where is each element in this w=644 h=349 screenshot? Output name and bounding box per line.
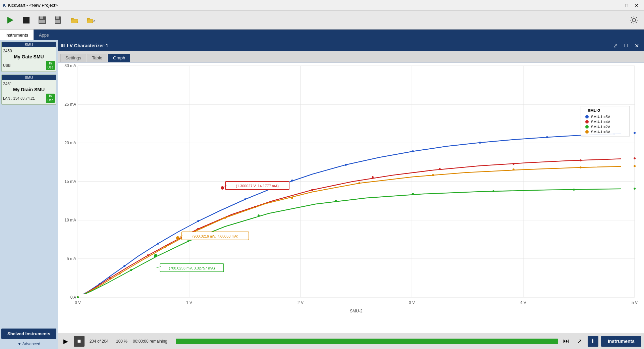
save-as-icon: → (54, 15, 63, 25)
instrument-card-drain: SMU 2461 My Drain SMU LAN : 134.63.74.21… (1, 74, 56, 105)
stop-bottom-button[interactable]: ■ (74, 336, 85, 347)
maximize-button[interactable]: □ (622, 1, 631, 9)
svg-text:0 V: 0 V (75, 300, 81, 305)
svg-text:25 mA: 25 mA (64, 102, 76, 107)
svg-point-77 (358, 182, 360, 184)
svg-point-74 (164, 246, 166, 248)
svg-point-83 (77, 296, 79, 298)
svg-point-57 (546, 136, 548, 138)
graph-container: 0 A 5 mA 10 mA 15 mA 20 mA 25 mA 30 mA 0… (58, 62, 644, 333)
minimize-button[interactable]: — (612, 1, 621, 9)
save-as-button[interactable]: → (51, 13, 66, 28)
skip-end-button[interactable]: ⏭ (561, 336, 572, 347)
stop-button[interactable] (19, 13, 34, 28)
svg-point-59 (634, 132, 636, 134)
svg-point-85 (187, 240, 189, 242)
tab-graph[interactable]: Graph (108, 54, 130, 62)
svg-text:10 mA: 10 mA (64, 218, 76, 222)
svg-point-79 (513, 168, 515, 170)
save-icon (38, 15, 47, 25)
progress-text: 204 of 204 (87, 339, 111, 344)
x-axis-title: SMU-2 (350, 309, 363, 313)
panel-close-button[interactable]: ✕ (632, 41, 641, 50)
save-button[interactable] (35, 13, 50, 28)
panel-title: ≋ I-V Characterizer-1 (60, 43, 108, 49)
settings-gear-button[interactable] (627, 13, 641, 28)
tab-instruments[interactable]: Instruments (0, 30, 34, 40)
run-button[interactable] (3, 13, 17, 28)
svg-point-81 (634, 165, 636, 167)
toolbar: → ⟳ (0, 11, 644, 30)
svg-text:0 A: 0 A (70, 295, 76, 300)
tooltip-red-text: (1.300027 V, 14.1777 mA) (236, 184, 279, 188)
svg-text:30 mA: 30 mA (64, 63, 76, 68)
svg-point-50 (157, 243, 159, 245)
export-button[interactable]: ↗ (574, 336, 585, 347)
content-area: SMU 2450 My Gate SMU USB InUse SMU 2461 … (0, 40, 644, 349)
progress-bar-container (176, 339, 558, 344)
svg-line-17 (636, 17, 637, 18)
open-recent-icon: ⟳ (86, 15, 95, 25)
svg-point-78 (432, 174, 434, 176)
instrument-model: 2450 (3, 49, 55, 53)
info-button[interactable]: ℹ (588, 336, 598, 347)
svg-text:5 V: 5 V (632, 300, 638, 305)
panel-controls: ⤢ □ ✕ (610, 41, 641, 50)
panel-header: ≋ I-V Characterizer-1 ⤢ □ ✕ (58, 40, 644, 51)
svg-rect-3 (40, 16, 43, 19)
instrument-name: My Drain SMU (3, 87, 55, 92)
svg-point-54 (345, 164, 347, 166)
svg-point-89 (492, 190, 494, 192)
run-icon (5, 15, 15, 25)
progress-pct: 100 % (113, 339, 130, 344)
in-use-badge: InUse (46, 94, 55, 103)
svg-text:1 V: 1 V (186, 300, 192, 305)
svg-point-88 (412, 193, 414, 195)
svg-point-55 (412, 150, 414, 152)
open-recent-button[interactable]: ⟳ (83, 13, 98, 28)
close-button[interactable]: ✕ (632, 1, 641, 9)
svg-point-10 (632, 18, 636, 22)
instruments-button[interactable]: Instruments (601, 336, 641, 347)
tooltip-green-text: (700.0253 mV, 3.32757 mA) (169, 266, 215, 270)
titlebar-controls: — □ ✕ (612, 1, 641, 9)
svg-point-84 (130, 269, 132, 271)
panel-expand-button[interactable]: ⤢ (610, 41, 620, 50)
legend-label-3v: SMU-1 =3V (591, 130, 610, 134)
legend-dot-4v (585, 120, 589, 123)
instrument-card-gate: SMU 2450 My Gate SMU USB InUse (1, 42, 56, 72)
svg-point-80 (580, 166, 582, 168)
progress-time: 00:00:00 remaining (133, 339, 173, 344)
svg-point-56 (479, 142, 481, 144)
svg-rect-7 (55, 20, 60, 23)
open-button[interactable] (67, 13, 82, 28)
tab-settings[interactable]: Settings (60, 54, 86, 62)
svg-point-69 (580, 159, 582, 161)
sidebar-bottom: Shelved Instruments ▼ Advanced (1, 329, 56, 348)
advanced-link[interactable]: ▼ Advanced (1, 340, 56, 348)
svg-point-75 (224, 217, 226, 219)
svg-point-87 (335, 200, 337, 202)
tab-apps[interactable]: Apps (34, 30, 54, 40)
svg-point-51 (197, 220, 199, 222)
sub-tabs: Settings Table Graph (58, 51, 644, 62)
legend-dot-5v (585, 115, 589, 118)
panel-maximize-button[interactable]: □ (621, 41, 631, 50)
play-button[interactable]: ▶ (60, 336, 71, 347)
shelved-instruments-button[interactable]: Shelved Instruments (1, 329, 56, 339)
instrument-type-label: SMU (2, 42, 56, 47)
svg-text:2 V: 2 V (298, 300, 304, 305)
connection-row: LAN : 134.63.74.21 InUse (3, 94, 55, 103)
tooltip-orange-text: (900.0216 mV, 7.68053 mA) (192, 234, 238, 238)
main-panel: ≋ I-V Characterizer-1 ⤢ □ ✕ Settings Tab… (58, 40, 644, 349)
legend-label-2v: SMU-1 =2V (591, 125, 610, 129)
svg-text:⟳: ⟳ (93, 19, 95, 23)
svg-point-86 (258, 214, 260, 216)
tab-table[interactable]: Table (87, 54, 107, 62)
in-use-badge: InUse (46, 61, 55, 70)
connection-label: LAN : 134.63.74.21 (3, 96, 35, 100)
svg-rect-20 (58, 62, 644, 333)
sidebar: SMU 2450 My Gate SMU USB InUse SMU 2461 … (0, 40, 58, 349)
svg-text:15 mA: 15 mA (64, 179, 76, 184)
svg-point-67 (439, 168, 441, 170)
